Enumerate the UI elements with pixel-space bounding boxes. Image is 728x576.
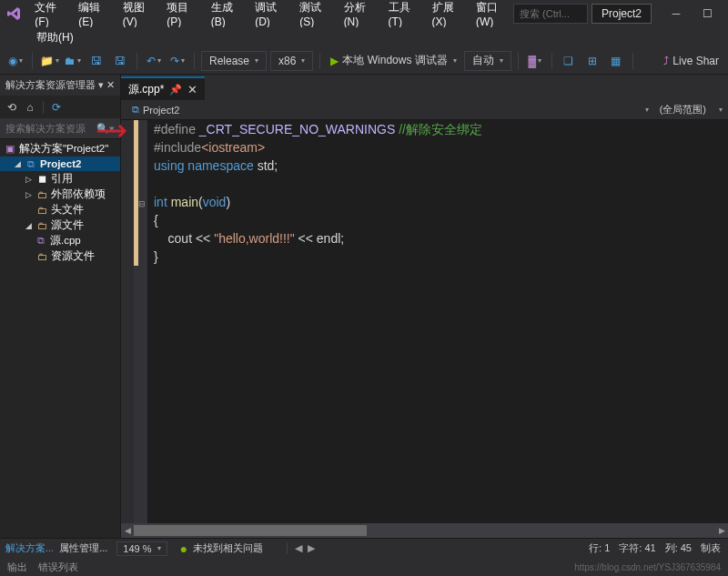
tab-bar: 源.cpp* 📌 ✕	[121, 75, 728, 100]
bc-scope[interactable]: (全局范围)	[654, 101, 712, 118]
expand-icon[interactable]: ▷	[24, 175, 33, 184]
panel-title: 解决方案资源管理器	[5, 78, 96, 92]
save-icon[interactable]: 🖫	[86, 51, 106, 71]
se-sync-icon[interactable]: ⟳	[48, 99, 65, 116]
se-toolbar: ⟲ ⌂ ⟳	[0, 96, 120, 119]
tree-source-cpp[interactable]: ⧉ 源.cpp	[0, 233, 120, 248]
project-icon: ⧉	[132, 104, 139, 116]
folder-icon: 🗀	[35, 204, 48, 217]
tb-icon-3[interactable]: ▦	[606, 51, 626, 71]
project-icon: ⧉	[25, 157, 37, 170]
toolbox-icon[interactable]: ▓▾	[525, 51, 545, 71]
bottom-errors[interactable]: 错误列表	[38, 561, 78, 574]
platform-dropdown[interactable]: x86▾	[270, 51, 313, 71]
maximize-icon[interactable]: ☐	[692, 2, 723, 25]
scroll-left-icon[interactable]: ◀	[121, 526, 134, 535]
config-dropdown[interactable]: Release▾	[201, 51, 267, 71]
collapse-icon[interactable]: ⊟	[138, 195, 146, 213]
nav-prev-icon[interactable]: ◀	[287, 542, 302, 554]
solution-icon: ▣	[4, 143, 16, 156]
scroll-right-icon[interactable]: ▶	[715, 526, 728, 535]
scroll-thumb[interactable]	[134, 525, 367, 536]
tb-icon-2[interactable]: ⊞	[582, 51, 602, 71]
tree-project[interactable]: ◢ ⧉ Project2	[0, 157, 120, 171]
tree-references[interactable]: ▷ ◼ 引用	[0, 171, 120, 187]
project-name: Project2	[592, 4, 652, 24]
expand-icon[interactable]: ◢	[24, 221, 33, 230]
save-all-icon[interactable]: 🖫	[110, 51, 130, 71]
bottom-output[interactable]: 输出	[7, 561, 27, 574]
bc-project[interactable]: ⧉ Project2	[126, 102, 185, 117]
vs-logo-icon	[5, 4, 22, 24]
breadcrumb: ⧉ Project2 ▾ (全局范围) ▾	[121, 100, 728, 120]
tb-icon-1[interactable]: ❏	[559, 51, 579, 71]
title-bar: 文件(F) 编辑(E) 视图(V) 项目(P) 生成(B) 调试(D) 测试(S…	[0, 0, 728, 27]
menu-help[interactable]: 帮助(H)	[29, 26, 81, 49]
auto-dropdown[interactable]: 自动▾	[464, 51, 511, 71]
sidebar-tab-properties[interactable]: 属性管理...	[59, 541, 107, 555]
panel-header: 解决方案资源管理器 ▾ ✕	[0, 75, 120, 96]
open-icon[interactable]: 🖿▾	[63, 51, 83, 71]
status-crlf: 制表	[701, 541, 721, 555]
code-text[interactable]: #define _CRT_SECURE_NO_WARNINGS //解除安全绑定…	[148, 120, 728, 523]
liveshare-button[interactable]: ⤴Live Shar	[660, 51, 723, 71]
tree-solution[interactable]: ▣ 解决方案"Project2"	[0, 141, 120, 157]
tree-sources[interactable]: ◢ 🗀 源文件	[0, 217, 120, 233]
refs-icon: ◼	[35, 173, 48, 186]
editor-area: 源.cpp* 📌 ✕ ⧉ Project2 ▾ (全局范围) ▾ ⊟ #defi…	[121, 75, 728, 538]
annotation-arrow-icon	[96, 122, 132, 140]
search-input[interactable]	[513, 4, 588, 24]
redo-icon[interactable]: ↷▾	[167, 51, 187, 71]
tree-resources[interactable]: 🗀 资源文件	[0, 248, 120, 264]
toolbar: ◉▾ 📁▾ 🖿▾ 🖫 🖫 ↶▾ ↷▾ Release▾ x86▾ ▶本地 Win…	[0, 47, 728, 75]
solution-tree: ▣ 解决方案"Project2" ◢ ⧉ Project2 ▷ ◼ 引用 ▷ 🗀…	[0, 139, 120, 538]
tab-source-cpp[interactable]: 源.cpp* 📌 ✕	[121, 76, 205, 100]
horizontal-scrollbar[interactable]: ◀ ▶	[121, 523, 728, 538]
folder-icon: 🗀	[35, 219, 48, 232]
tree-headers[interactable]: 🗀 头文件	[0, 202, 120, 217]
status-col: 列: 45	[665, 541, 692, 555]
status-char: 字符: 41	[619, 541, 655, 555]
zoom-dropdown[interactable]: 149 %▾	[116, 541, 167, 556]
panel-menu-icon[interactable]: ▾ ✕	[98, 79, 115, 91]
se-home-icon[interactable]: ⟲	[4, 99, 20, 116]
folder-icon: 🗀	[35, 188, 48, 201]
new-project-icon[interactable]: 📁▾	[39, 51, 59, 71]
code-editor[interactable]: ⊟ #define _CRT_SECURE_NO_WARNINGS //解除安全…	[121, 120, 728, 523]
close-icon[interactable]: ✕	[187, 83, 197, 96]
folder-icon: 🗀	[35, 250, 48, 263]
debugger-button[interactable]: ▶本地 Windows 调试器▾	[327, 51, 460, 71]
menu-row2: 帮助(H)	[0, 27, 728, 47]
nav-back-icon[interactable]: ◉▾	[5, 51, 25, 71]
bottom-bar: 输出 错误列表 https://blog.csdn.net/YSJ3676359…	[0, 558, 728, 576]
cpp-file-icon: ⧉	[35, 235, 47, 248]
nav-next-icon[interactable]: ▶	[308, 542, 315, 554]
sidebar-tab-solution[interactable]: 解决方案...	[5, 541, 54, 555]
status-bar: 解决方案... 属性管理... 149 %▾ ● 未找到相关问题 ◀ ▶ 行: …	[0, 538, 728, 558]
watermark: https://blog.csdn.net/YSJ367635984	[574, 562, 721, 572]
pin-icon[interactable]: 📌	[169, 84, 182, 96]
expand-icon[interactable]: ▷	[24, 190, 33, 199]
tree-external[interactable]: ▷ 🗀 外部依赖项	[0, 187, 120, 202]
minimize-icon[interactable]: ─	[661, 2, 692, 25]
status-ok-icon: ●	[180, 541, 187, 556]
se-house-icon[interactable]: ⌂	[22, 99, 38, 116]
status-line: 行: 1	[589, 541, 610, 555]
status-issues: 未找到相关问题	[193, 541, 263, 555]
undo-icon[interactable]: ↶▾	[144, 51, 164, 71]
expand-icon[interactable]: ◢	[13, 159, 22, 168]
solution-explorer: 解决方案资源管理器 ▾ ✕ ⟲ ⌂ ⟳ 搜索解决方案资源 🔍▾ ▣ 解决方案"P…	[0, 75, 121, 538]
